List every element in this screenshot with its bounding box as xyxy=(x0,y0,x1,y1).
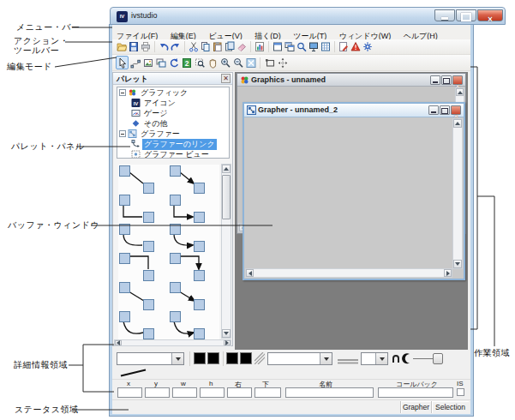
tree-item-graphics[interactable]: グラフィック xyxy=(117,87,229,98)
link-style-elbow-vertical-arrow[interactable] xyxy=(169,194,213,223)
foreground-color-swatch[interactable] xyxy=(194,352,206,364)
search-icon[interactable] xyxy=(296,41,308,53)
scroll-up-icon[interactable] xyxy=(456,88,464,96)
background-color-swatch[interactable] xyxy=(207,352,219,364)
scroll-down-icon[interactable] xyxy=(453,260,462,268)
minimize-button[interactable] xyxy=(430,75,440,85)
undo-icon[interactable] xyxy=(159,41,170,53)
palette-hscrollbar[interactable] xyxy=(114,339,231,346)
chevron-down-icon[interactable] xyxy=(375,353,387,364)
scroll-up-icon[interactable] xyxy=(453,119,462,128)
link-style-arc-arrow[interactable] xyxy=(169,310,213,339)
close-button[interactable]: × xyxy=(452,75,463,85)
h-field[interactable] xyxy=(200,387,225,398)
maximize-button[interactable] xyxy=(441,75,452,85)
arc-style-icon[interactable] xyxy=(401,352,411,368)
link-style-diagonal-plain[interactable] xyxy=(118,165,163,194)
settings-gear-icon[interactable] xyxy=(362,41,374,53)
paste-icon[interactable] xyxy=(213,41,224,53)
line-width-combo[interactable] xyxy=(361,352,388,365)
palette-vscrollbar[interactable] xyxy=(221,164,231,339)
layer-2-tool-icon[interactable]: 2 xyxy=(180,56,193,69)
edit-note-icon[interactable] xyxy=(338,41,350,53)
zoom-out-tool-icon[interactable] xyxy=(231,56,244,69)
copy-icon[interactable] xyxy=(201,41,212,53)
grapher-window[interactable]: Grapher - unnamed_2 × xyxy=(243,102,465,280)
chevron-down-icon[interactable] xyxy=(171,353,183,364)
redo-icon[interactable] xyxy=(171,41,182,53)
scroll-left-icon[interactable] xyxy=(246,269,254,277)
tree-item-other[interactable]: その他 xyxy=(117,118,229,129)
minimize-button[interactable] xyxy=(434,9,455,21)
scroll-right-icon[interactable] xyxy=(444,269,452,277)
close-button[interactable]: × xyxy=(451,105,461,115)
link-style-diagonal-steep-plain[interactable] xyxy=(118,281,163,310)
monitor-icon[interactable] xyxy=(308,41,320,53)
save-icon[interactable] xyxy=(129,41,140,53)
hatch-pattern-icon[interactable] xyxy=(255,352,265,368)
transform-tool-icon[interactable] xyxy=(276,56,289,69)
warning-icon[interactable] xyxy=(350,41,362,53)
link-style-diagonal-arrow[interactable] xyxy=(169,165,213,194)
tree-item-gauge[interactable]: ゲージ xyxy=(117,108,229,118)
is-checkbox[interactable] xyxy=(457,388,464,396)
collapse-icon[interactable] xyxy=(119,130,126,137)
minimize-button[interactable] xyxy=(428,105,439,115)
duplicate-icon[interactable] xyxy=(225,41,236,53)
w-field[interactable] xyxy=(172,387,197,398)
link-style-elbow-horizontal-plain[interactable] xyxy=(118,252,163,281)
link-style-diagonal-steep-arrow[interactable] xyxy=(169,281,213,310)
table-icon[interactable] xyxy=(320,41,332,53)
y-field[interactable] xyxy=(145,387,170,398)
opacity-slider-handle[interactable] xyxy=(433,353,443,364)
graphics-titlebar[interactable]: Graphics - unnamed × xyxy=(237,74,465,87)
tree-item-grapher-link[interactable]: グラファーのリンク xyxy=(117,139,229,149)
link-style-curve-arrow[interactable] xyxy=(169,223,213,252)
bottom-field[interactable] xyxy=(255,387,281,398)
rotate-tool-icon[interactable] xyxy=(167,56,180,69)
link-style-arc-plain[interactable] xyxy=(118,310,163,339)
maximize-button[interactable] xyxy=(456,9,476,21)
grapher-hscrollbar[interactable] xyxy=(245,268,452,278)
close-button[interactable]: × xyxy=(477,9,503,21)
cascade-windows-icon[interactable] xyxy=(284,41,296,53)
scroll-up-icon[interactable] xyxy=(222,165,231,173)
name-field[interactable] xyxy=(285,387,374,398)
palette-close-icon[interactable]: ✕ xyxy=(221,74,231,83)
line-style-combo[interactable] xyxy=(267,352,332,365)
tree-item-icon[interactable]: IV アイコン xyxy=(117,98,229,108)
open-icon[interactable] xyxy=(117,41,128,53)
collapse-icon[interactable] xyxy=(119,89,126,96)
link-style-elbow-vertical-plain[interactable] xyxy=(118,194,163,223)
tree-item-grapher[interactable]: グラファー xyxy=(117,129,229,139)
image-group-tool-icon[interactable] xyxy=(154,56,167,69)
cap-style-icon[interactable] xyxy=(391,352,401,368)
rect-select-tool-icon[interactable] xyxy=(263,56,276,69)
callback-field[interactable] xyxy=(378,387,453,398)
pan-hand-tool-icon[interactable] xyxy=(206,56,219,69)
grapher-titlebar[interactable]: Grapher - unnamed_2 × xyxy=(244,104,464,117)
link-style-curve-plain[interactable] xyxy=(118,223,163,252)
chevron-down-icon[interactable] xyxy=(320,353,332,364)
line-color-swatch[interactable] xyxy=(226,352,238,364)
image-tool-icon[interactable] xyxy=(141,56,154,69)
zoom-in-tool-icon[interactable] xyxy=(219,56,231,69)
grapher-vscrollbar[interactable] xyxy=(452,118,463,269)
link-style-elbow-horizontal-arrow[interactable] xyxy=(169,252,213,281)
shadow-color-swatch[interactable] xyxy=(240,352,252,364)
select-tool-icon[interactable] xyxy=(116,56,129,69)
eraser-icon[interactable] xyxy=(237,41,248,53)
tree-item-grapher-view[interactable]: グラファー ビュー xyxy=(117,149,229,159)
scroll-right-icon[interactable] xyxy=(224,340,231,345)
link-edit-tool-icon[interactable] xyxy=(129,56,141,69)
zoom-fit-tool-icon[interactable] xyxy=(244,56,257,69)
fill-style-combo[interactable] xyxy=(117,352,184,365)
right-field[interactable] xyxy=(227,387,252,398)
cut-icon[interactable] xyxy=(189,41,200,53)
chart-icon[interactable] xyxy=(255,41,266,53)
scroll-down-icon[interactable] xyxy=(222,329,231,338)
app-titlebar[interactable]: IV ivstudio × xyxy=(110,7,506,25)
zoom-region-tool-icon[interactable] xyxy=(193,56,206,69)
new-window-icon[interactable] xyxy=(272,41,284,53)
scroll-left-icon[interactable] xyxy=(115,340,122,345)
